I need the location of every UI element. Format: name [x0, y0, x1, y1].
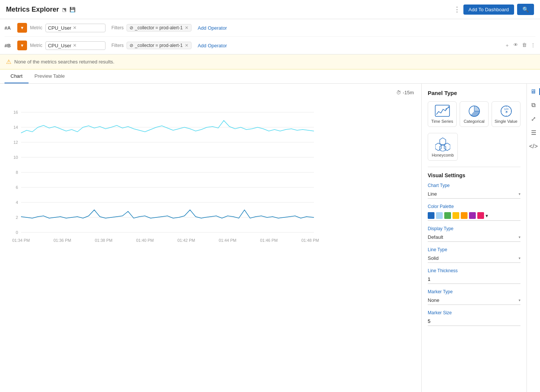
line-type-chevron: ▾	[519, 256, 520, 260]
marker-type-label: Marker Type	[428, 289, 520, 294]
svg-text:01:36 PM: 01:36 PM	[53, 238, 71, 243]
line-type-setting: Line Type Solid ▾	[428, 247, 520, 263]
metric-input-a[interactable]: CPU_User ✕	[45, 24, 106, 32]
chart-type-chevron: ▾	[519, 192, 520, 196]
color-swatch-4[interactable]	[453, 212, 459, 219]
header-right: ⋮ Add To Dashboard 🔍	[454, 4, 534, 15]
chart-type-select[interactable]: Line ▾	[428, 190, 520, 199]
marker-size-label: Marker Size	[428, 310, 520, 315]
svg-line-28	[448, 106, 449, 107]
query-section: #A ▼ Metric CPU_User ✕ Filters ⊘ _collec…	[0, 19, 540, 54]
chart-svg-wrap: 16 14 12 10 8 6 4 2 0 01:34 PM 01:36 PM …	[6, 97, 415, 316]
svg-text:8: 8	[16, 170, 18, 175]
filters-label-b: Filters	[112, 43, 124, 48]
color-swatch-5[interactable]	[461, 212, 468, 219]
list-icon[interactable]: ☰	[531, 129, 536, 136]
add-to-dashboard-button[interactable]: Add To Dashboard	[463, 5, 514, 15]
warning-text: None of the metrics searches returned re…	[14, 59, 115, 65]
save-icon[interactable]: 💾	[69, 7, 75, 12]
clock-icon: ⏱	[396, 90, 401, 95]
color-swatch-6[interactable]	[469, 212, 476, 219]
marker-size-input[interactable]: 5	[428, 317, 520, 326]
panel-type-categorical-label: Categorical	[464, 119, 485, 124]
more-options-icon[interactable]: ⋮	[454, 5, 460, 14]
right-panel: Panel Type Time Series	[421, 84, 526, 392]
svg-text:6: 6	[16, 185, 18, 190]
svg-text:16: 16	[14, 110, 18, 115]
row-more-icon[interactable]: ⋮	[531, 42, 535, 49]
tabs: Chart Preview Table	[0, 69, 540, 84]
filter-value-b: _collector = prod-alert-1	[135, 43, 183, 48]
single-value-icon: 123	[499, 105, 514, 118]
main-content: ⏱ -15m 16 14 12 10 8 6	[0, 84, 540, 392]
line-thickness-input[interactable]: 1	[428, 275, 520, 284]
add-operator-b[interactable]: Add Operator	[198, 43, 227, 48]
visibility-icon[interactable]: 👁	[513, 42, 518, 49]
metric-label-a: Metric	[30, 25, 42, 30]
marker-type-select[interactable]: None ▾	[428, 296, 520, 305]
svg-text:01:34 PM: 01:34 PM	[12, 238, 30, 243]
panel-type-time-series-label: Time Series	[431, 119, 453, 124]
tab-chart[interactable]: Chart	[5, 69, 29, 83]
svg-text:12: 12	[14, 140, 18, 145]
panel-type-categorical[interactable]: Categorical	[460, 101, 489, 127]
honeycomb-row: Honeycomb	[428, 133, 520, 161]
share-icon[interactable]: ⬔	[62, 7, 66, 12]
filter-tag-b[interactable]: ⊘ _collector = prod-alert-1 ✕	[127, 42, 192, 49]
filter-value-a: _collector = prod-alert-1	[135, 25, 183, 30]
query-icon-a[interactable]: ▼	[17, 23, 27, 33]
color-palette-label: Color Palette	[428, 204, 520, 209]
color-swatch-2[interactable]	[436, 212, 443, 219]
panel-type-time-series[interactable]: Time Series	[428, 101, 457, 127]
clear-metric-b[interactable]: ✕	[73, 43, 77, 48]
marker-type-setting: Marker Type None ▾	[428, 289, 520, 305]
color-palette-row[interactable]: ▾	[428, 211, 520, 221]
query-icon-b[interactable]: ▼	[17, 41, 27, 50]
svg-text:2: 2	[16, 215, 18, 220]
header: Metrics Explorer ⬔ 💾 ⋮ Add To Dashboard …	[0, 0, 540, 19]
clear-metric-a[interactable]: ✕	[73, 25, 77, 30]
categorical-icon	[467, 105, 482, 118]
svg-text:01:40 PM: 01:40 PM	[136, 238, 154, 243]
display-type-select[interactable]: Default ▾	[428, 233, 520, 242]
query-id-b: #B	[5, 43, 14, 48]
tab-preview-table[interactable]: Preview Table	[29, 69, 71, 83]
metric-label-b: Metric	[30, 43, 42, 48]
svg-marker-41	[440, 138, 446, 145]
color-swatch-7[interactable]	[477, 212, 484, 219]
metric-input-b[interactable]: CPU_User ✕	[45, 41, 106, 50]
filter-remove-b[interactable]: ✕	[185, 43, 189, 48]
svg-marker-43	[444, 143, 450, 151]
panel-type-single-value[interactable]: 123 Single Value	[492, 101, 520, 127]
svg-text:0: 0	[16, 230, 18, 235]
monitor-icon[interactable]: 🖥	[527, 88, 540, 95]
copy-icon[interactable]: ⧉	[531, 102, 535, 109]
panel-type-honeycomb[interactable]: Honeycomb	[428, 133, 458, 161]
filter-tag-a[interactable]: ⊘ _collector = prod-alert-1 ✕	[127, 24, 192, 32]
time-range: -15m	[403, 90, 414, 95]
color-swatch-1[interactable]	[428, 212, 434, 219]
chart-type-setting: Chart Type Line ▾	[428, 183, 520, 199]
svg-text:01:46 PM: 01:46 PM	[260, 238, 278, 243]
svg-text:01:44 PM: 01:44 PM	[219, 238, 236, 243]
color-palette-chevron: ▾	[486, 213, 488, 219]
line-type-select[interactable]: Solid ▾	[428, 254, 520, 263]
svg-text:4: 4	[16, 200, 18, 205]
filter-remove-a[interactable]: ✕	[185, 25, 189, 30]
code-icon[interactable]: </>	[529, 143, 538, 150]
expand-icon[interactable]: ⤢	[531, 115, 536, 122]
query-row-b: #B ▼ Metric CPU_User ✕ Filters ⊘ _collec…	[5, 37, 535, 54]
query-id-a: #A	[5, 25, 14, 31]
panel-type-title: Panel Type	[428, 90, 520, 96]
svg-text:10: 10	[14, 155, 18, 160]
panel-type-single-value-label: Single Value	[495, 119, 517, 124]
color-palette-setting: Color Palette ▾	[428, 204, 520, 221]
chart-type-label: Chart Type	[428, 183, 520, 188]
search-button[interactable]: 🔍	[517, 4, 534, 15]
marker-type-chevron: ▾	[519, 298, 520, 302]
time-indicator[interactable]: ⏱ -15m	[396, 90, 414, 95]
delete-row-icon[interactable]: 🗑	[522, 42, 527, 49]
add-operator-a[interactable]: Add Operator	[198, 25, 227, 31]
color-swatch-3[interactable]	[444, 212, 451, 219]
add-row-icon[interactable]: ＋	[505, 42, 510, 49]
